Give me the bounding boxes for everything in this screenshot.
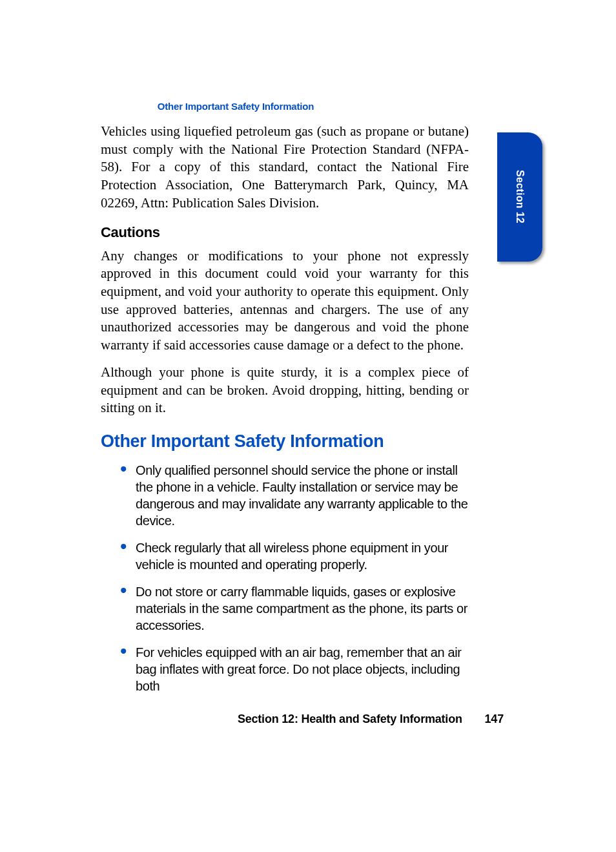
cautions-heading: Cautions bbox=[101, 224, 469, 241]
section-tab: Section 12 bbox=[497, 132, 542, 262]
footer-section-label: Section 12: Health and Safety Informatio… bbox=[238, 712, 462, 725]
list-item: Only qualified personnel should service … bbox=[120, 462, 469, 529]
list-item: Check regularly that all wireless phone … bbox=[120, 539, 469, 573]
intro-paragraph: Vehicles using liquefied petroleum gas (… bbox=[101, 123, 469, 213]
list-item: For vehicles equipped with an air bag, r… bbox=[120, 644, 469, 694]
running-header: Other Important Safety Information bbox=[0, 101, 471, 112]
page-content: Vehicles using liquefied petroleum gas (… bbox=[101, 123, 469, 705]
list-item: Do not store or carry flammable liquids,… bbox=[120, 583, 469, 634]
document-page: Other Important Safety Information Secti… bbox=[0, 0, 616, 852]
bullet-list: Only qualified personnel should service … bbox=[120, 462, 469, 694]
page-footer: Section 12: Health and Safety Informatio… bbox=[0, 712, 504, 726]
section-tab-label: Section 12 bbox=[514, 170, 526, 223]
cautions-paragraph-1: Any changes or modifications to your pho… bbox=[101, 247, 469, 355]
page-number: 147 bbox=[485, 712, 504, 725]
cautions-paragraph-2: Although your phone is quite sturdy, it … bbox=[101, 364, 469, 417]
section-heading: Other Important Safety Information bbox=[101, 431, 469, 452]
